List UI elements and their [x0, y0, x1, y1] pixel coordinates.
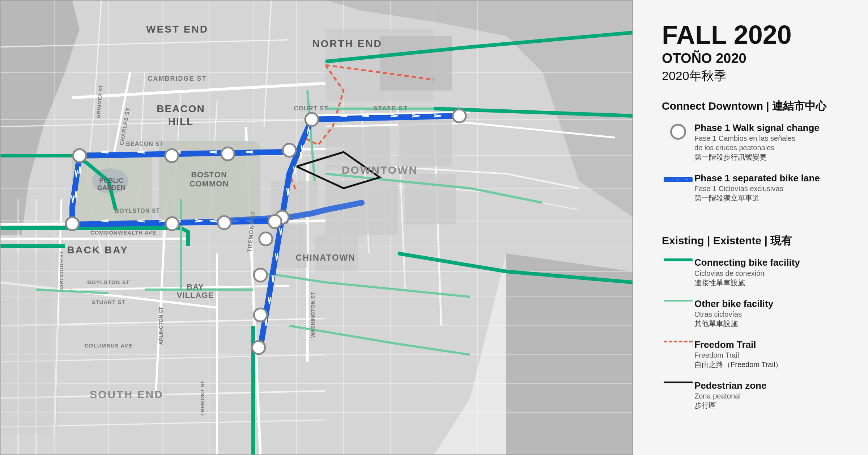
- svg-text:BOSTON: BOSTON: [191, 170, 227, 179]
- svg-point-44: [254, 308, 267, 321]
- legend-pedestrian-zone: Pedestrian zone Zona peatonal 步行區: [662, 380, 846, 410]
- pedestrian-zone-icon: [662, 380, 694, 383]
- svg-text:COLUMBUS AVE: COLUMBUS AVE: [85, 342, 132, 349]
- svg-text:NORTH END: NORTH END: [312, 38, 382, 49]
- svg-point-46: [166, 217, 179, 230]
- legend-title-sub: OTOÑO 2020: [662, 51, 846, 66]
- svg-text:VILLAGE: VILLAGE: [177, 291, 214, 300]
- connecting-bike-text: Connecting bike facility Ciclovias de co…: [694, 257, 846, 287]
- svg-text:BACK BAY: BACK BAY: [67, 244, 128, 256]
- svg-rect-35: [380, 36, 452, 90]
- connecting-bike-icon: [662, 257, 694, 261]
- svg-point-47: [218, 216, 231, 229]
- svg-text:DOWNTOWN: DOWNTOWN: [342, 164, 418, 176]
- svg-text:CHINATOWN: CHINATOWN: [295, 253, 355, 262]
- bike-lane-text: Phase 1 separated bike lane Fase 1 Ciclo…: [694, 173, 846, 203]
- svg-text:STUART ST: STUART ST: [92, 299, 125, 305]
- svg-rect-33: [0, 253, 58, 434]
- connect-section-title: Connect Downtown | 連結市中心: [662, 99, 846, 114]
- svg-text:WEST END: WEST END: [146, 24, 208, 35]
- svg-point-40: [66, 217, 79, 230]
- svg-text:SOUTH END: SOUTH END: [90, 388, 163, 400]
- svg-text:BOYLSTON ST: BOYLSTON ST: [115, 208, 160, 214]
- map-container: NORTH END WEST END BEACON HILL BOSTON CO…: [0, 0, 633, 455]
- svg-text:TREMONT ST: TREMONT ST: [199, 380, 205, 416]
- svg-text:BEACON: BEACON: [157, 103, 205, 114]
- legend-title-cn: 2020年秋季: [662, 68, 846, 84]
- svg-point-37: [453, 109, 466, 122]
- svg-text:BAY: BAY: [187, 282, 204, 291]
- svg-text:BOYLSTON ST: BOYLSTON ST: [87, 279, 129, 285]
- legend-bike-lane: → → Phase 1 separated bike lane Fase 1 C…: [662, 173, 846, 203]
- other-bike-text: Other bike facility Otras ciclovías 其他單車…: [694, 298, 846, 328]
- legend-title-main: FALL 2020: [662, 22, 846, 48]
- svg-text:→: →: [685, 177, 689, 182]
- svg-rect-29: [405, 174, 456, 224]
- svg-rect-26: [326, 127, 391, 170]
- svg-point-48: [268, 215, 281, 228]
- freedom-trail-text: Freedom Trail Freedom Trail 自由之路（Freedom…: [694, 339, 846, 369]
- svg-point-43: [254, 269, 267, 282]
- svg-text:HILL: HILL: [168, 116, 193, 127]
- svg-text:ARLINGTON ST: ARLINGTON ST: [158, 307, 164, 345]
- svg-text:COURT ST: COURT ST: [294, 105, 328, 112]
- svg-text:STATE ST: STATE ST: [373, 105, 408, 112]
- svg-point-41: [73, 149, 86, 162]
- legend-other-bike: Other bike facility Otras ciclovías 其他單車…: [662, 298, 846, 328]
- svg-text:→: →: [675, 177, 680, 182]
- bike-lane-icon: → →: [662, 173, 694, 185]
- legend-panel: FALL 2020 OTOÑO 2020 2020年秋季 Connect Dow…: [633, 0, 868, 455]
- walk-signal-icon: [662, 122, 694, 140]
- other-bike-icon: [662, 298, 694, 302]
- svg-point-50: [221, 147, 234, 160]
- svg-text:COMMONWEALTH AVE: COMMONWEALTH AVE: [90, 229, 156, 236]
- svg-text:WASHINGTON ST: WASHINGTON ST: [310, 292, 316, 338]
- walk-signal-text: Phase 1 Walk signal change Fase 1 Cambio…: [694, 122, 846, 162]
- svg-point-38: [283, 144, 296, 157]
- svg-rect-27: [398, 119, 452, 167]
- legend-connecting-bike: Connecting bike facility Ciclovias de co…: [662, 257, 846, 287]
- legend-walk-signal: Phase 1 Walk signal change Fase 1 Cambio…: [662, 122, 846, 162]
- svg-text:DARTMOUTH ST: DARTMOUTH ST: [59, 251, 64, 292]
- existing-section-title: Existing | Existente | 現有: [662, 233, 846, 248]
- legend-freedom-trail: Freedom Trail Freedom Trail 自由之路（Freedom…: [662, 339, 846, 369]
- svg-point-42: [259, 232, 272, 245]
- svg-text:BEACON ST: BEACON ST: [126, 141, 163, 147]
- svg-point-36: [305, 113, 318, 126]
- pedestrian-zone-text: Pedestrian zone Zona peatonal 步行區: [694, 380, 846, 410]
- svg-text:GARDEN: GARDEN: [97, 184, 125, 191]
- freedom-trail-icon: [662, 339, 694, 342]
- svg-text:CAMBRIDGE ST: CAMBRIDGE ST: [148, 75, 207, 82]
- svg-text:COMMON: COMMON: [190, 179, 229, 188]
- svg-text:PUBLIC: PUBLIC: [99, 177, 124, 184]
- svg-point-45: [252, 341, 265, 354]
- svg-point-49: [165, 149, 178, 162]
